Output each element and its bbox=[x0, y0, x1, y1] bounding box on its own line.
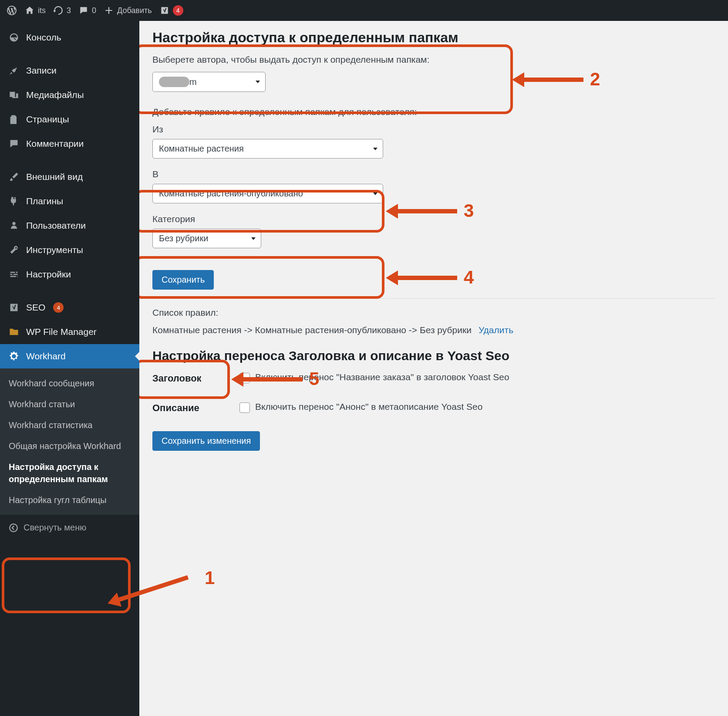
checkbox-title[interactable] bbox=[239, 373, 250, 383]
sidebar-item-tools[interactable]: Инструменты bbox=[0, 238, 139, 262]
sidebar-item-label: Инструменты bbox=[26, 245, 83, 255]
annot-arrow-3 bbox=[396, 209, 457, 213]
checkbox-desc[interactable] bbox=[239, 402, 250, 413]
add-new-item[interactable]: Добавить bbox=[104, 6, 152, 15]
rules-list-label: Список правил: bbox=[152, 307, 715, 318]
page-title: Настройка доступа к определенным папкам bbox=[152, 30, 715, 46]
pages-icon bbox=[8, 113, 20, 125]
submenu-item-messages[interactable]: Workhard сообщения bbox=[0, 373, 139, 394]
add-rule-desc: Добавьте правило к определенным папкам д… bbox=[152, 107, 715, 117]
submenu-item-articles[interactable]: Workhard статьи bbox=[0, 394, 139, 415]
from-label: Из bbox=[152, 124, 715, 135]
field-row-title: Заголовок Включить перенос "Название зак… bbox=[152, 372, 715, 384]
to-label: В bbox=[152, 169, 715, 179]
site-name: its bbox=[38, 6, 46, 15]
separator bbox=[152, 298, 715, 299]
submenu-item-folder-access[interactable]: Настройка доступа к определенным папкам bbox=[0, 456, 139, 490]
collapse-menu[interactable]: Свернуть меню bbox=[0, 515, 139, 540]
submenu-item-general[interactable]: Общая настройка Workhard bbox=[0, 436, 139, 456]
redacted-author bbox=[159, 77, 189, 87]
sidebar-item-label: Плагины bbox=[26, 196, 63, 206]
updates-count: 3 bbox=[67, 6, 71, 15]
author-value-suffix: m bbox=[189, 77, 197, 87]
plus-icon bbox=[104, 6, 114, 15]
svg-point-0 bbox=[10, 524, 17, 532]
chevron-left-circle-icon bbox=[9, 523, 18, 533]
gear-icon bbox=[8, 350, 20, 362]
category-select[interactable]: Без рубрики bbox=[152, 229, 261, 248]
sidebar-item-posts[interactable]: Записи bbox=[0, 58, 139, 83]
sidebar-item-label: SEO bbox=[26, 302, 45, 313]
updates-item[interactable]: 3 bbox=[54, 6, 71, 15]
sidebar-item-label: WP File Manager bbox=[26, 327, 97, 337]
sidebar-item-label: Настройки bbox=[26, 269, 71, 280]
category-value: Без рубрики bbox=[159, 233, 208, 243]
sidebar-item-media[interactable]: Медиафайлы bbox=[0, 83, 139, 107]
sidebar-item-appearance[interactable]: Внешний вид bbox=[0, 165, 139, 189]
sidebar-item-label: Внешний вид bbox=[26, 172, 83, 182]
sidebar-item-seo[interactable]: SEO 4 bbox=[0, 295, 139, 320]
to-value: Комнатные растения-опубликовано bbox=[159, 189, 303, 199]
field-row-desc: Описание Включить перенос "Анонс" в мета… bbox=[152, 402, 715, 414]
select-author-desc: Выберете автора, чтобы выдать доступ к о… bbox=[152, 54, 715, 65]
comments-item[interactable]: 0 bbox=[79, 6, 96, 15]
app: Консоль Записи Медиафайлы Страницы Комме… bbox=[0, 21, 728, 716]
sidebar: Консоль Записи Медиафайлы Страницы Комме… bbox=[0, 21, 139, 716]
sidebar-item-workhard[interactable]: Workhard bbox=[0, 344, 139, 368]
sidebar-item-plugins[interactable]: Плагины bbox=[0, 189, 139, 213]
sidebar-item-pages[interactable]: Страницы bbox=[0, 107, 139, 132]
sidebar-item-settings[interactable]: Настройки bbox=[0, 262, 139, 287]
sidebar-item-label: Медиафайлы bbox=[26, 90, 84, 100]
site-name-item[interactable]: its bbox=[25, 6, 46, 15]
add-new-label: Добавить bbox=[117, 6, 152, 15]
comments-count: 0 bbox=[92, 6, 96, 15]
users-icon bbox=[8, 220, 20, 232]
wrench-icon bbox=[8, 244, 20, 256]
sidebar-item-label: Записи bbox=[26, 65, 57, 76]
sidebar-item-users[interactable]: Пользователи bbox=[0, 213, 139, 238]
sidebar-item-comments[interactable]: Комментарии bbox=[0, 132, 139, 156]
delete-link[interactable]: Удалить bbox=[479, 325, 513, 335]
save-button[interactable]: Сохранить bbox=[152, 270, 214, 290]
seo-badge: 4 bbox=[53, 302, 64, 313]
dashboard-icon bbox=[8, 31, 20, 44]
checkbox-row-desc: Включить перенос "Анонс" в метаописание … bbox=[239, 402, 482, 413]
field-title-label: Заголовок bbox=[152, 372, 213, 384]
yoast-icon bbox=[160, 6, 169, 15]
sidebar-item-label: Комментарии bbox=[26, 138, 84, 149]
rule-row: Комнатные растения -> Комнатные растения… bbox=[152, 325, 715, 335]
collapse-label: Свернуть меню bbox=[24, 523, 86, 533]
from-select[interactable]: Комнатные растения bbox=[152, 139, 383, 159]
category-label: Категория bbox=[152, 214, 715, 224]
yoast-adminbar[interactable]: 4 bbox=[160, 5, 183, 16]
yoast-menu-icon bbox=[8, 301, 20, 314]
plug-icon bbox=[8, 195, 20, 207]
adminbar: its 3 0 Добавить 4 bbox=[0, 0, 728, 21]
comment-icon bbox=[79, 6, 88, 15]
from-value: Комнатные растения bbox=[159, 144, 244, 154]
sidebar-item-dashboard[interactable]: Консоль bbox=[0, 25, 139, 50]
to-select[interactable]: Комнатные растения-опубликовано bbox=[152, 184, 383, 203]
submenu-workhard: Workhard сообщения Workhard статьи Workh… bbox=[0, 368, 139, 515]
checkbox-row-title: Включить перенос "Название заказа" в заг… bbox=[239, 372, 509, 383]
annot-label-2: 2 bbox=[590, 69, 600, 90]
home-icon bbox=[25, 6, 34, 15]
author-select[interactable]: m bbox=[152, 72, 266, 92]
brush-icon bbox=[8, 171, 20, 183]
wp-logo[interactable] bbox=[7, 5, 17, 16]
annot-arrow-2 bbox=[522, 78, 583, 82]
yoast-section-title: Настройка переноса Заголовка и описание … bbox=[152, 348, 715, 363]
sidebar-item-label: Страницы bbox=[26, 114, 69, 125]
content: Настройка доступа к определенным папкам … bbox=[139, 21, 728, 716]
field-desc-label: Описание bbox=[152, 402, 213, 414]
sidebar-item-label: Пользователи bbox=[26, 220, 86, 231]
save-changes-button[interactable]: Сохранить изменения bbox=[152, 431, 260, 451]
checkbox-title-label: Включить перенос "Название заказа" в заг… bbox=[255, 372, 509, 382]
rule-text: Комнатные растения -> Комнатные растения… bbox=[152, 325, 472, 335]
sidebar-item-wpfm[interactable]: WP File Manager bbox=[0, 320, 139, 344]
submenu-item-gsheets[interactable]: Настройка гугл таблицы bbox=[0, 490, 139, 510]
sliders-icon bbox=[8, 268, 20, 280]
submenu-item-stats[interactable]: Workhard статистика bbox=[0, 415, 139, 436]
comments-icon bbox=[8, 138, 20, 150]
folder-icon bbox=[8, 326, 20, 338]
